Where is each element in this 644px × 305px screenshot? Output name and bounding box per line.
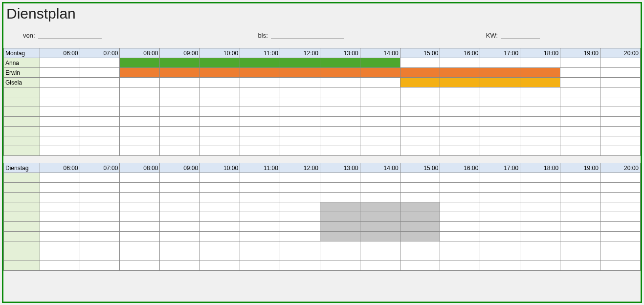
schedule-cell[interactable] bbox=[240, 193, 280, 202]
schedule-cell[interactable] bbox=[280, 146, 320, 156]
schedule-cell[interactable] bbox=[120, 261, 160, 271]
schedule-cell[interactable] bbox=[40, 97, 80, 107]
schedule-cell[interactable] bbox=[160, 58, 200, 68]
name-cell[interactable] bbox=[4, 127, 40, 136]
schedule-cell[interactable] bbox=[40, 87, 80, 97]
schedule-cell[interactable] bbox=[320, 212, 360, 222]
schedule-cell[interactable] bbox=[80, 212, 120, 222]
schedule-cell[interactable] bbox=[200, 232, 240, 241]
schedule-cell[interactable] bbox=[600, 58, 640, 68]
schedule-cell[interactable] bbox=[80, 261, 120, 271]
hour-header[interactable]: 18:00 bbox=[520, 48, 560, 58]
schedule-cell[interactable] bbox=[80, 173, 120, 183]
schedule-cell[interactable] bbox=[320, 58, 360, 68]
schedule-cell[interactable] bbox=[40, 58, 80, 68]
schedule-cell[interactable] bbox=[200, 183, 240, 193]
schedule-cell[interactable] bbox=[40, 183, 80, 193]
schedule-cell[interactable] bbox=[160, 222, 200, 232]
hour-header[interactable]: 13:00 bbox=[320, 48, 360, 58]
schedule-cell[interactable] bbox=[320, 241, 360, 251]
schedule-cell[interactable] bbox=[200, 78, 240, 87]
schedule-cell[interactable] bbox=[120, 87, 160, 97]
schedule-cell[interactable] bbox=[120, 193, 160, 202]
schedule-cell[interactable] bbox=[240, 183, 280, 193]
schedule-cell[interactable] bbox=[320, 193, 360, 202]
schedule-cell[interactable] bbox=[520, 97, 560, 107]
hour-header[interactable]: 07:00 bbox=[80, 48, 120, 58]
schedule-cell[interactable] bbox=[400, 136, 440, 146]
schedule-cell[interactable] bbox=[200, 87, 240, 97]
name-cell[interactable] bbox=[4, 107, 40, 117]
schedule-cell[interactable] bbox=[280, 232, 320, 241]
schedule-cell[interactable] bbox=[480, 251, 520, 261]
schedule-cell[interactable] bbox=[120, 78, 160, 87]
schedule-cell[interactable] bbox=[280, 222, 320, 232]
schedule-cell[interactable] bbox=[40, 232, 80, 241]
schedule-cell[interactable] bbox=[480, 68, 520, 78]
schedule-cell[interactable] bbox=[520, 183, 560, 193]
schedule-cell[interactable] bbox=[560, 78, 600, 87]
schedule-cell[interactable] bbox=[440, 232, 480, 241]
schedule-cell[interactable] bbox=[200, 193, 240, 202]
schedule-cell[interactable] bbox=[40, 127, 80, 136]
schedule-cell[interactable] bbox=[560, 222, 600, 232]
schedule-cell[interactable] bbox=[480, 173, 520, 183]
hour-header[interactable]: 08:00 bbox=[120, 48, 160, 58]
schedule-cell[interactable] bbox=[360, 202, 400, 212]
name-cell[interactable] bbox=[4, 146, 40, 156]
schedule-cell[interactable] bbox=[240, 136, 280, 146]
schedule-cell[interactable] bbox=[280, 261, 320, 271]
schedule-cell[interactable] bbox=[120, 117, 160, 127]
schedule-cell[interactable] bbox=[560, 68, 600, 78]
name-cell[interactable] bbox=[4, 87, 40, 97]
schedule-cell[interactable] bbox=[280, 87, 320, 97]
schedule-cell[interactable] bbox=[240, 251, 280, 261]
schedule-cell[interactable] bbox=[240, 146, 280, 156]
schedule-cell[interactable] bbox=[280, 251, 320, 261]
schedule-cell[interactable] bbox=[280, 241, 320, 251]
schedule-cell[interactable] bbox=[360, 127, 400, 136]
schedule-cell[interactable] bbox=[320, 117, 360, 127]
schedule-cell[interactable] bbox=[160, 97, 200, 107]
schedule-cell[interactable] bbox=[360, 107, 400, 117]
schedule-cell[interactable] bbox=[360, 232, 400, 241]
schedule-cell[interactable] bbox=[400, 127, 440, 136]
schedule-cell[interactable] bbox=[160, 78, 200, 87]
schedule-cell[interactable] bbox=[440, 107, 480, 117]
schedule-cell[interactable] bbox=[600, 127, 640, 136]
schedule-cell[interactable] bbox=[80, 127, 120, 136]
schedule-cell[interactable] bbox=[40, 193, 80, 202]
schedule-cell[interactable] bbox=[120, 68, 160, 78]
schedule-cell[interactable] bbox=[80, 241, 120, 251]
schedule-cell[interactable] bbox=[520, 136, 560, 146]
schedule-cell[interactable] bbox=[360, 173, 400, 183]
schedule-cell[interactable] bbox=[480, 97, 520, 107]
day-header[interactable]: Montag bbox=[4, 48, 40, 58]
schedule-cell[interactable] bbox=[200, 241, 240, 251]
schedule-cell[interactable] bbox=[480, 241, 520, 251]
schedule-cell[interactable] bbox=[240, 212, 280, 222]
schedule-cell[interactable] bbox=[440, 68, 480, 78]
schedule-cell[interactable] bbox=[520, 107, 560, 117]
schedule-cell[interactable] bbox=[240, 261, 280, 271]
hour-header[interactable]: 15:00 bbox=[400, 163, 440, 173]
schedule-cell[interactable] bbox=[560, 117, 600, 127]
schedule-cell[interactable] bbox=[120, 232, 160, 241]
schedule-cell[interactable] bbox=[600, 68, 640, 78]
schedule-cell[interactable] bbox=[600, 232, 640, 241]
hour-header[interactable]: 17:00 bbox=[480, 48, 520, 58]
hour-header[interactable]: 15:00 bbox=[400, 48, 440, 58]
schedule-cell[interactable] bbox=[560, 87, 600, 97]
schedule-cell[interactable] bbox=[240, 107, 280, 117]
schedule-cell[interactable] bbox=[280, 58, 320, 68]
schedule-cell[interactable] bbox=[80, 222, 120, 232]
schedule-cell[interactable] bbox=[40, 78, 80, 87]
hour-header[interactable]: 19:00 bbox=[560, 163, 600, 173]
schedule-cell[interactable] bbox=[240, 97, 280, 107]
schedule-cell[interactable] bbox=[480, 78, 520, 87]
schedule-cell[interactable] bbox=[120, 97, 160, 107]
hour-header[interactable]: 06:00 bbox=[40, 48, 80, 58]
schedule-cell[interactable] bbox=[440, 222, 480, 232]
schedule-cell[interactable] bbox=[440, 251, 480, 261]
schedule-cell[interactable] bbox=[520, 212, 560, 222]
